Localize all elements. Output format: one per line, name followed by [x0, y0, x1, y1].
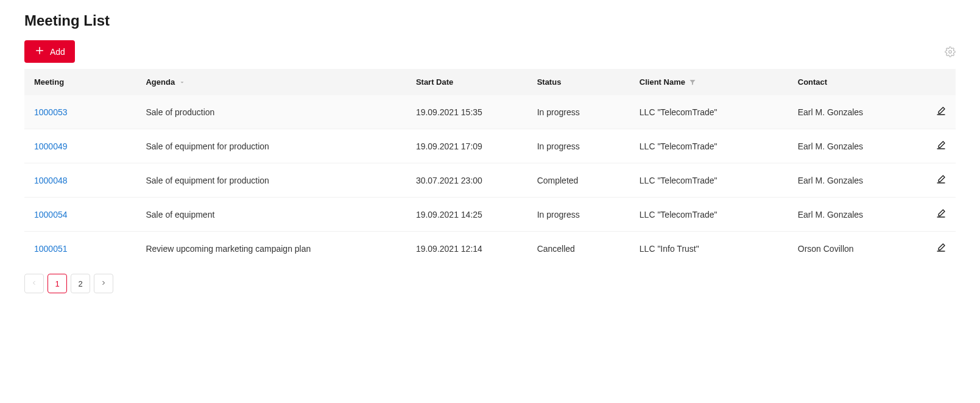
pagination: 12 — [24, 274, 956, 293]
meeting-id-link[interactable]: 1000049 — [34, 141, 68, 151]
cell-agenda: Sale of production — [136, 95, 406, 129]
filter-icon[interactable] — [689, 79, 696, 86]
cell-client: LLC "TelecomTrade" — [630, 95, 788, 129]
table-row: 1000049Sale of equipment for production1… — [24, 129, 956, 163]
meeting-table: Meeting Agenda Start Date Status Client … — [24, 69, 956, 265]
edit-icon[interactable] — [936, 209, 946, 218]
header-meeting-label: Meeting — [34, 77, 64, 87]
cell-client: LLC "TelecomTrade" — [630, 198, 788, 232]
cell-agenda: Sale of equipment for production — [136, 129, 406, 163]
header-start-date[interactable]: Start Date — [406, 69, 527, 95]
header-agenda-label: Agenda — [146, 77, 175, 87]
edit-icon[interactable] — [936, 106, 946, 116]
table-row: 1000051Review upcoming marketing campaig… — [24, 232, 956, 266]
cell-client: LLC "TelecomTrade" — [630, 163, 788, 198]
cell-status: Cancelled — [527, 232, 630, 266]
header-contact[interactable]: Contact — [788, 69, 918, 95]
edit-icon[interactable] — [936, 174, 946, 184]
cell-agenda: Sale of equipment for production — [136, 163, 406, 198]
cell-start-date: 30.07.2021 23:00 — [406, 163, 527, 198]
cell-status: In progress — [527, 129, 630, 163]
table-row: 1000048Sale of equipment for production3… — [24, 163, 956, 198]
cell-contact: Earl M. Gonzales — [788, 163, 918, 198]
page-next-button[interactable] — [94, 274, 113, 293]
add-button[interactable]: Add — [24, 40, 75, 63]
page-number-2[interactable]: 2 — [71, 274, 90, 293]
page-number-1[interactable]: 1 — [48, 274, 67, 293]
cell-start-date: 19.09.2021 15:35 — [406, 95, 527, 129]
chevron-right-icon — [100, 279, 107, 288]
cell-status: In progress — [527, 95, 630, 129]
add-button-label: Add — [50, 47, 65, 57]
header-start-date-label: Start Date — [416, 77, 453, 87]
svg-point-2 — [949, 50, 952, 53]
cell-start-date: 19.09.2021 12:14 — [406, 232, 527, 266]
table-row: 1000054Sale of equipment19.09.2021 14:25… — [24, 198, 956, 232]
cell-client: LLC "TelecomTrade" — [630, 129, 788, 163]
plus-icon — [34, 45, 45, 58]
header-client-name[interactable]: Client Name — [630, 69, 788, 95]
header-status-label: Status — [537, 77, 562, 87]
meeting-id-link[interactable]: 1000054 — [34, 210, 68, 219]
meeting-id-link[interactable]: 1000053 — [34, 107, 68, 117]
cell-status: In progress — [527, 198, 630, 232]
edit-icon[interactable] — [936, 243, 946, 252]
edit-icon[interactable] — [936, 140, 946, 150]
cell-start-date: 19.09.2021 14:25 — [406, 198, 527, 232]
cell-start-date: 19.09.2021 17:09 — [406, 129, 527, 163]
cell-agenda: Sale of equipment — [136, 198, 406, 232]
meeting-id-link[interactable]: 1000048 — [34, 176, 68, 185]
header-client-label: Client Name — [640, 77, 685, 87]
sort-desc-icon — [178, 79, 186, 86]
chevron-left-icon — [30, 279, 38, 288]
table-header-row: Meeting Agenda Start Date Status Client … — [24, 69, 956, 95]
page-title: Meeting List — [24, 12, 956, 29]
page-prev-button — [24, 274, 44, 293]
header-agenda[interactable]: Agenda — [136, 69, 406, 95]
header-meeting[interactable]: Meeting — [24, 69, 136, 95]
meeting-id-link[interactable]: 1000051 — [34, 244, 68, 254]
cell-status: Completed — [527, 163, 630, 198]
toolbar: Add — [24, 40, 956, 63]
header-status[interactable]: Status — [527, 69, 630, 95]
header-actions — [918, 69, 956, 95]
cell-agenda: Review upcoming marketing campaign plan — [136, 232, 406, 266]
header-contact-label: Contact — [798, 77, 827, 87]
cell-client: LLC "Info Trust" — [630, 232, 788, 266]
cell-contact: Earl M. Gonzales — [788, 95, 918, 129]
cell-contact: Orson Covillon — [788, 232, 918, 266]
gear-icon[interactable] — [945, 46, 956, 57]
cell-contact: Earl M. Gonzales — [788, 198, 918, 232]
cell-contact: Earl M. Gonzales — [788, 129, 918, 163]
table-row: 1000053Sale of production19.09.2021 15:3… — [24, 95, 956, 129]
